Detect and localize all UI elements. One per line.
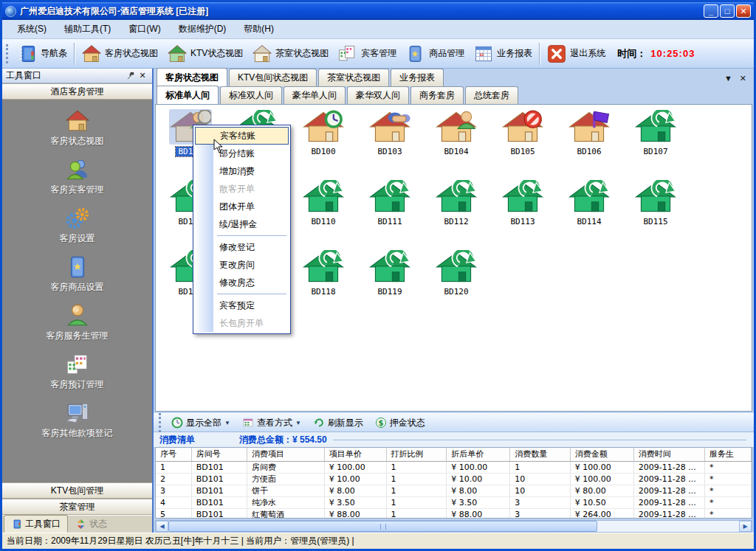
time-value: 10:25:03 [650, 48, 695, 59]
view-toolbar-button-3[interactable]: $押金状态 [369, 415, 431, 431]
room-BD106[interactable]: BD106 [556, 109, 622, 179]
sidebar-item-1[interactable]: 客房宾客管理 [51, 157, 104, 196]
room-status-icon [302, 109, 345, 145]
maximize-button[interactable]: □ [720, 4, 735, 18]
dropdown-arrow-icon[interactable]: ▼ [295, 420, 301, 426]
col-header-1[interactable]: 房间号 [191, 448, 247, 461]
menubar-item-0[interactable]: 系统(S) [8, 20, 55, 38]
context-menu-item-0[interactable]: 宾客结账 [195, 127, 289, 145]
table-row-0[interactable]: 1BD101房间费¥ 100.001¥ 100.001¥ 100.002009-… [156, 461, 752, 473]
room-BD112[interactable]: BD112 [423, 179, 489, 249]
sidebar-item-0[interactable]: 客房状态视图 [51, 108, 104, 148]
context-menu-item-5[interactable]: 续/退押金 [195, 215, 289, 233]
pin-icon[interactable] [125, 70, 137, 81]
room-BD107[interactable]: BD107 [622, 109, 689, 179]
room-BD115[interactable]: BD115 [622, 179, 689, 249]
toolbar-button-5[interactable]: 商品管理 [401, 41, 469, 67]
minimize-button[interactable]: _ [704, 4, 718, 18]
group-tea-management[interactable]: 茶室管理 [2, 499, 152, 515]
toolbar-button-3[interactable]: 茶室状态视图 [247, 41, 333, 67]
view-toolbar-button-0[interactable]: 显示全部▼ [165, 415, 236, 431]
table-row-1[interactable]: 2BD101方便面¥ 10.001¥ 10.0010¥ 100.002009-1… [156, 473, 752, 485]
room-BD103[interactable]: BD103 [357, 109, 423, 179]
context-menu-item-8[interactable]: 更改房间 [195, 256, 289, 274]
toolbar-grip[interactable] [6, 44, 10, 63]
menubar-item-2[interactable]: 窗口(W) [120, 20, 169, 38]
room-status-icon [568, 109, 611, 145]
table-row-3[interactable]: 4BD101纯净水¥ 3.501¥ 3.503¥ 10.502009-11-28… [156, 496, 752, 508]
toolbar-button-2[interactable]: KTV状态视图 [162, 41, 247, 67]
toolbar-button-7[interactable]: 退出系统 [542, 41, 610, 67]
table-row-4[interactable]: 5BD101红葡萄酒¥ 88.001¥ 88.003¥ 264.002009-1… [156, 508, 752, 519]
table-horizontal-scrollbar[interactable]: ◀ ▶ [155, 520, 752, 533]
menubar-item-1[interactable]: 辅助工具(T) [55, 20, 120, 38]
group-ktv-management[interactable]: KTV包间管理 [2, 482, 152, 499]
room-BD110[interactable]: BD110 [290, 179, 357, 249]
room-type-tab-3[interactable]: 豪华双人间 [347, 86, 409, 104]
scrollbar-track[interactable] [597, 521, 739, 532]
toolbar-button-6[interactable]: 业务报表 [469, 41, 537, 67]
room-status-icon [302, 179, 345, 215]
room-BD100[interactable]: BD100 [290, 109, 357, 179]
close-panel-icon[interactable]: ✕ [137, 70, 148, 81]
scrollbar-thumb[interactable] [168, 521, 597, 532]
room-BD111[interactable]: BD111 [357, 179, 423, 249]
scroll-right-icon[interactable]: ▶ [739, 521, 752, 532]
document-tab-3[interactable]: 业务报表 [391, 69, 444, 86]
room-BD114[interactable]: BD114 [556, 179, 622, 249]
table-row-2[interactable]: 3BD101饼干¥ 8.001¥ 8.0010¥ 80.002009-11-28… [156, 485, 752, 496]
room-BD119[interactable]: BD119 [357, 249, 423, 319]
col-header-8[interactable]: 消费时间 [633, 448, 704, 461]
context-menu-item-9[interactable]: 修改房态 [195, 274, 289, 291]
menubar-item-3[interactable]: 数据维护(D) [170, 20, 236, 38]
tab-dropdown-icon[interactable]: ▼ [724, 74, 732, 83]
document-tab-0[interactable]: 客房状态视图 [157, 68, 227, 86]
view-toolbar-button-1[interactable]: 查看方式▼ [236, 415, 307, 431]
sidebar-item-6[interactable]: 客房其他款项登记 [42, 401, 113, 440]
col-header-2[interactable]: 消费项目 [247, 448, 325, 461]
sidebar-item-4[interactable]: 客房服务生管理 [47, 303, 109, 342]
col-header-7[interactable]: 消费金额 [570, 448, 633, 461]
room-BD118[interactable]: BD118 [290, 249, 357, 319]
room-BD113[interactable]: BD113 [489, 179, 556, 249]
context-menu-item-7[interactable]: 修改登记 [195, 238, 289, 256]
room-type-tab-5[interactable]: 总统套房 [465, 86, 518, 104]
menubar-item-4[interactable]: 帮助(H) [235, 20, 283, 38]
sidebar-item-3[interactable]: 客房商品设置 [51, 254, 104, 294]
room-type-tab-0[interactable]: 标准单人间 [157, 86, 219, 104]
toolbar-button-0[interactable]: 导航条 [13, 41, 72, 67]
sidebar-tab-0[interactable]: 工具窗口 [4, 515, 68, 533]
col-header-0[interactable]: 序号 [156, 448, 191, 461]
col-header-4[interactable]: 打折比例 [386, 448, 447, 461]
notebook-icon [17, 44, 38, 64]
room-type-tab-2[interactable]: 豪华单人间 [284, 86, 346, 104]
col-header-5[interactable]: 折后单价 [447, 448, 510, 461]
sidebar-item-2[interactable]: 客房设置 [60, 206, 95, 245]
context-menu-item-1[interactable]: 部分结账 [195, 145, 289, 162]
sidebar-tab-1[interactable]: 状态 [68, 515, 114, 533]
sidebar-item-5[interactable]: 客房预订管理 [51, 352, 104, 391]
room-type-tab-1[interactable]: 标准双人间 [220, 86, 282, 104]
view-toolbar-grip[interactable] [159, 413, 163, 432]
room-BD120[interactable]: BD120 [423, 249, 489, 319]
room-BD105[interactable]: BD105 [489, 109, 556, 179]
context-menu-item-2[interactable]: 增加消费 [195, 162, 289, 180]
document-tab-1[interactable]: KTV包间状态视图 [229, 69, 317, 86]
close-button[interactable]: ✕ [736, 4, 751, 18]
waiter-icon [65, 303, 90, 328]
document-tab-2[interactable]: 茶室状态视图 [318, 69, 389, 86]
toolbar-button-1[interactable]: 客房状态视图 [77, 41, 162, 67]
col-header-9[interactable]: 服务生 [705, 448, 752, 461]
room-type-tab-4[interactable]: 商务套房 [410, 86, 464, 104]
dropdown-arrow-icon[interactable]: ▼ [224, 420, 230, 426]
room-BD104[interactable]: BD104 [423, 109, 489, 179]
scroll-left-icon[interactable]: ◀ [156, 521, 168, 532]
col-header-6[interactable]: 消费数量 [510, 448, 571, 461]
context-menu-item-4[interactable]: 团体开单 [195, 198, 289, 215]
view-toolbar-button-2[interactable]: 刷新显示 [307, 415, 369, 431]
context-menu-item-11[interactable]: 宾客预定 [195, 297, 289, 314]
group-hotel-room-management[interactable]: 酒店客房管理 [2, 83, 152, 100]
toolbar-button-4[interactable]: 宾客管理 [333, 41, 401, 67]
col-header-3[interactable]: 项目单价 [324, 448, 386, 461]
tab-close-icon[interactable]: ✕ [740, 74, 746, 83]
